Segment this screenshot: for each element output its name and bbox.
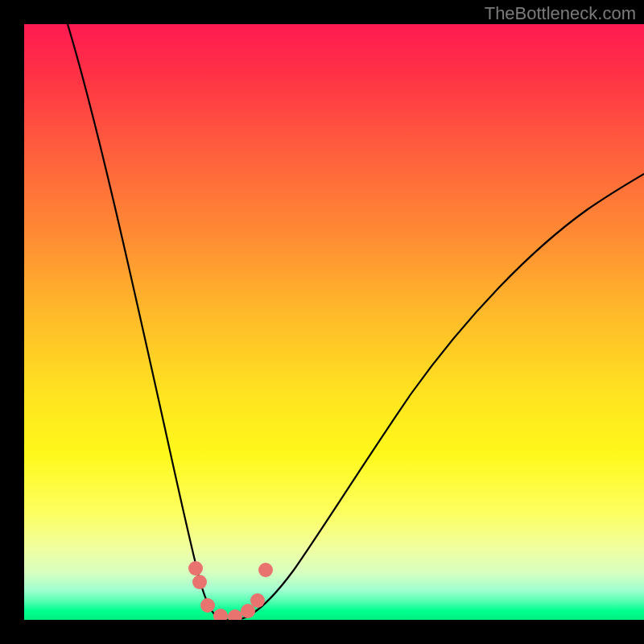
marker-dot	[200, 598, 215, 613]
marker-dot	[250, 593, 265, 608]
plot-area	[24, 24, 644, 620]
watermark-text: TheBottleneck.com	[485, 3, 636, 24]
marker-group	[188, 561, 273, 620]
curve-svg	[24, 24, 644, 620]
bottleneck-curve-path	[68, 24, 644, 620]
marker-dot	[192, 575, 207, 589]
marker-dot	[258, 563, 273, 577]
marker-dot	[213, 609, 228, 620]
marker-dot	[228, 609, 242, 620]
marker-dot	[188, 561, 203, 576]
